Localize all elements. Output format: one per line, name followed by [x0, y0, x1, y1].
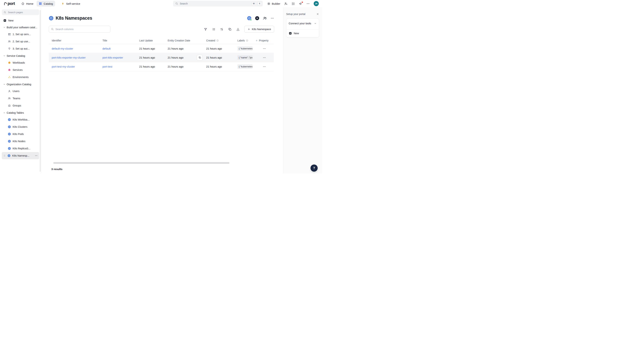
sidebar: New Build your software catal... 1. Set …	[0, 7, 41, 174]
nav-self-service[interactable]: Self-service	[59, 1, 82, 7]
invite-users-icon[interactable]	[284, 2, 288, 6]
chevron-down-icon	[314, 22, 316, 25]
column-header-title[interactable]: Title	[100, 39, 136, 42]
labels-value[interactable]: { "kubernetes...	[237, 64, 252, 69]
teams-icon	[8, 97, 11, 100]
connect-your-tools-dropdown[interactable]: Connect your tools	[286, 19, 319, 29]
sidebar-item-set-up-service[interactable]: 1. Set up serv...	[2, 31, 39, 38]
column-header-identifier[interactable]: Identifier	[49, 39, 100, 42]
copy-icon	[198, 56, 201, 59]
k8s-icon	[49, 16, 54, 21]
table-row: port-k8s-exporter-my-cluster port-k8s-ex…	[49, 53, 274, 62]
add-k8s-namespace-button[interactable]: K8s Namespace	[244, 26, 274, 33]
sidebar-group-catalog-tables[interactable]: Catalog Tables	[2, 110, 39, 116]
sidebar-item-k8s-namespaces[interactable]: K8s Namesp...	[2, 152, 39, 159]
sidebar-search-input[interactable]	[8, 11, 37, 14]
title-link[interactable]: default	[102, 47, 136, 50]
sidebar-item-groups[interactable]: Groups	[2, 102, 39, 109]
sidebar-item-environments[interactable]: Environments	[2, 74, 39, 81]
k8s-icon	[8, 118, 11, 121]
drag-handle-icon[interactable]	[3, 154, 6, 157]
sidebar-item-k8s-pods[interactable]: K8s Pods	[2, 130, 39, 138]
sidebar-item-k8s-clusters[interactable]: K8s Clusters	[2, 123, 39, 130]
group-by-icon[interactable]	[212, 28, 216, 31]
sidebar-item-users[interactable]: Users	[2, 88, 39, 95]
row-more-icon[interactable]	[263, 56, 266, 59]
sidebar-group-service-catalog[interactable]: Service Catalog	[2, 53, 39, 59]
panel-new-button[interactable]: New	[286, 29, 319, 37]
title-link[interactable]: port-k8s-exporter	[102, 56, 136, 59]
checklist-icon[interactable]	[292, 2, 295, 6]
primary-nav: Home Catalog Self-service	[19, 1, 82, 7]
page-header: K8s Namespaces	[49, 16, 274, 21]
navbar-actions: Builder JA	[267, 1, 319, 6]
entity-creation-date-cell: 21 hours ago	[165, 47, 203, 50]
top-navbar: port Home Catalog Self-service ⌘ K	[0, 0, 322, 7]
last-update-cell: 21 hours ago	[136, 65, 165, 68]
nav-home[interactable]: Home	[19, 1, 36, 7]
sidebar-group-build-your-software-catalog[interactable]: Build your software catal...	[2, 24, 39, 31]
global-search-input[interactable]	[180, 2, 250, 5]
sidebar-item-k8s-nodes[interactable]: K8s Nodes	[2, 138, 39, 145]
download-icon[interactable]	[236, 28, 240, 31]
sidebar-item-workloads[interactable]: Workloads	[2, 59, 39, 66]
identifier-link[interactable]: port-test-my-cluster	[52, 65, 100, 68]
sidebar-item-services[interactable]: Services	[2, 66, 39, 74]
audience-icon[interactable]	[263, 16, 267, 20]
copy-icon[interactable]	[228, 28, 232, 31]
sidebar-search[interactable]	[2, 9, 39, 15]
global-search[interactable]: ⌘ K	[173, 1, 263, 7]
row-more-icon[interactable]	[263, 47, 266, 50]
status-dot	[250, 19, 252, 21]
sort-icon[interactable]	[220, 28, 224, 31]
blocks-icon	[8, 33, 11, 36]
copy-value-button[interactable]	[197, 55, 202, 61]
plus-square-icon	[289, 32, 292, 35]
column-header-labels[interactable]: Labels	[234, 39, 252, 42]
row-more-icon[interactable]	[263, 65, 266, 68]
port-logo[interactable]: port	[4, 1, 15, 6]
results-count: 3 results	[51, 168, 62, 171]
identifier-link[interactable]: port-k8s-exporter-my-cluster	[52, 56, 100, 59]
sidebar-item-k8s-replicasets[interactable]: K8s ReplicaS...	[2, 145, 39, 152]
horizontal-scrollbar[interactable]	[53, 162, 230, 164]
title-link[interactable]: port-test	[102, 65, 136, 68]
page-more-icon[interactable]	[270, 17, 274, 20]
sidebar-item-set-up-automations[interactable]: 3. Set up aut...	[2, 45, 39, 52]
labels-value[interactable]: { "kubernetes...	[237, 46, 252, 51]
search-columns[interactable]	[49, 26, 110, 33]
blueprint-avatar[interactable]	[247, 16, 252, 20]
sidebar-group-organization-catalog[interactable]: Organization Catalog	[2, 81, 39, 88]
demo-play-icon[interactable]	[255, 16, 259, 20]
k8s-icon	[8, 154, 10, 157]
entities-table: Identifier Title Last Update Entity Crea…	[49, 37, 274, 71]
search-columns-input[interactable]	[56, 28, 108, 31]
sidebar-scrollbar[interactable]	[40, 10, 40, 172]
user-avatar[interactable]: JA	[314, 1, 319, 6]
nav-catalog[interactable]: Catalog	[36, 1, 55, 7]
sidebar-item-set-up-users[interactable]: 2. Set up use...	[2, 38, 39, 45]
column-header-created[interactable]: Created	[203, 39, 234, 42]
close-icon[interactable]	[316, 13, 319, 16]
announcements-icon[interactable]	[299, 2, 302, 6]
catalog-icon	[39, 2, 42, 5]
sidebar-new-button[interactable]: New	[2, 17, 39, 24]
k8s-icon	[8, 133, 11, 136]
add-property-button[interactable]: Property	[252, 39, 274, 42]
column-header-entity-creation-date[interactable]: Entity Creation Date	[165, 39, 203, 42]
entity-creation-date-cell: 21 hours ago	[165, 65, 203, 68]
item-more-icon[interactable]	[35, 154, 38, 157]
builder-button[interactable]: Builder	[267, 2, 280, 6]
column-header-last-update[interactable]: Last Update	[136, 39, 165, 42]
main-content: K8s Namespaces	[41, 7, 283, 174]
sidebar-item-teams[interactable]: Teams	[2, 95, 39, 102]
identifier-link[interactable]: default-my-cluster	[52, 47, 100, 50]
nav-home-label: Home	[26, 2, 33, 5]
help-button[interactable]: ?	[310, 164, 318, 172]
users-icon	[8, 90, 11, 93]
labels-value[interactable]: { "name": "por...	[237, 55, 252, 60]
more-menu-icon[interactable]	[306, 2, 310, 6]
filter-icon[interactable]	[204, 28, 207, 31]
k8s-icon	[8, 147, 11, 150]
sidebar-item-k8s-workloads[interactable]: K8s Workloa...	[2, 116, 39, 123]
